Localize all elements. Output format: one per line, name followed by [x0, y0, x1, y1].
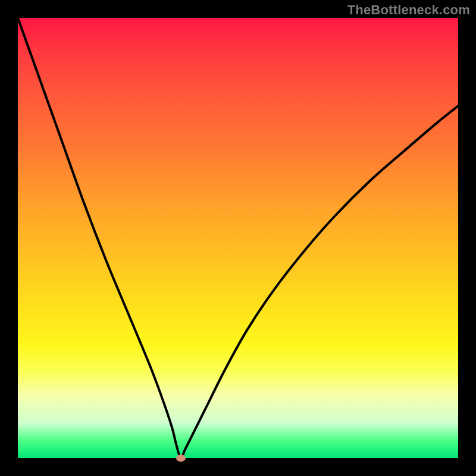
watermark-text: TheBottleneck.com: [347, 2, 470, 18]
plot-area: [18, 18, 458, 458]
optimal-point-marker: [176, 455, 186, 462]
chart-frame: TheBottleneck.com: [0, 0, 476, 476]
bottleneck-curve: [18, 18, 458, 458]
